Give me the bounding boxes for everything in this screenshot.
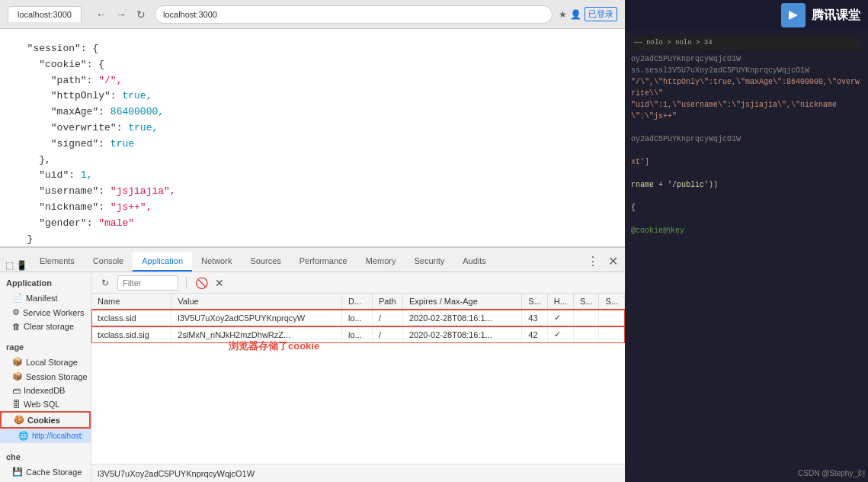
code-line: "httpOnly": true, [15,88,610,104]
devtools-tabs: ⬚ 📱 Elements Console Application Network… [0,248,625,272]
indexeddb-icon: 🗃 [12,386,21,395]
nav-forward-button[interactable]: → [114,7,129,22]
right-code-line [631,122,862,133]
right-code-line [631,214,862,225]
right-code-line: ss.sessl3V5U7uXoy2adC5PUYKnprqcyWqjcO1W [631,65,862,76]
cookies-icon: 🍪 [14,415,24,425]
sidebar-item-local-storage[interactable]: 📦 Local Storage [0,355,91,369]
sidebar-item-cache-storage[interactable]: 💾 Cache Storage [0,464,91,479]
tab-memory[interactable]: Memory [357,252,405,272]
service-workers-icon: ⚙ [12,307,20,317]
session-storage-icon: 📦 [12,371,23,381]
right-code-line: { [631,202,862,214]
right-code-line [631,191,862,202]
selected-value: l3V5U7uXoy2adC5PUYKnprqcyWqjcO1W [98,469,255,478]
sidebar-item-session-storage[interactable]: 📦 Session Storage [0,369,91,384]
tab-application[interactable]: Application [133,252,192,272]
tab-audits[interactable]: Audits [453,252,495,272]
col-samesite[interactable]: S... [599,294,625,310]
sidebar-item-indexeddb[interactable]: 🗃 IndexedDB [0,384,91,397]
table-row[interactable]: txclass.sid l3V5U7uXoy2adC5PUYKnprqcyW l… [91,310,625,326]
tab-security[interactable]: Security [405,252,453,272]
cell-name: txclass.sid.sig [91,326,171,343]
cell-name: txclass.sid [91,310,171,326]
manifest-icon: 📄 [12,293,23,303]
cell-path: / [372,326,402,343]
local-storage-icon: 📦 [12,357,23,367]
right-code-line: "uid\":1,\"username\":\"jsjiajia\",\"nic… [631,99,862,122]
tencent-logo [781,3,806,27]
address-bar[interactable] [155,5,553,24]
clear-button[interactable]: ✕ [213,276,226,290]
sidebar-header-cache: che [0,449,91,464]
web-sql-icon: 🗄 [12,400,21,409]
cache-storage-icon: 💾 [12,467,23,477]
filter-input[interactable] [117,275,178,291]
cell-samesite [599,326,625,343]
cell-value: 2slMxN_nNJkH2mzDhwRzZ... [171,326,342,343]
sidebar-item-clear-storage[interactable]: 🗑 Clear storage [0,320,91,333]
toolbar-separator [186,277,187,289]
devtools-inspect-button[interactable]: ⬚ [3,259,15,272]
col-name[interactable]: Name [91,294,171,310]
browser-actions: ★ 👤 已登录 [559,7,617,21]
nav-refresh-button[interactable]: ↻ [133,7,149,22]
tab-sources[interactable]: Sources [241,252,290,272]
cell-size: 42 [522,326,548,343]
tab-console[interactable]: Console [84,252,133,272]
right-tab-bar: ── nolo > nolo > 34 [631,37,862,50]
svg-marker-0 [789,11,798,20]
tencent-title: 腾讯课堂 [812,8,860,24]
col-httponly[interactable]: H... [547,294,573,310]
account-icon[interactable]: 👤 [570,9,581,20]
browser-bar: localhost:3000 ← → ↻ ★ 👤 已登录 [0,0,625,29]
block-icon[interactable]: 🚫 [194,276,208,290]
code-line: "gender": "male" [15,216,610,232]
browser-tabs: localhost:3000 [8,6,82,22]
right-code-line: rname + '/public')) [631,179,862,191]
sidebar-item-service-workers[interactable]: ⚙ Service Workers [0,305,91,320]
tencent-header: 腾讯课堂 [625,0,868,31]
devtools-body: Application 📄 Manifest ⚙ Service Workers… [0,272,625,482]
cell-domain: lo... [341,326,372,343]
devtools-close-button[interactable]: ✕ [604,252,622,270]
devtools-device-button[interactable]: 📱 [15,259,27,272]
col-domain[interactable]: D... [341,294,372,310]
cell-secure [573,326,599,343]
code-line: "maxAge": 86400000, [15,104,610,120]
sidebar-item-manifest[interactable]: 📄 Manifest [0,291,91,305]
cell-httponly: ✓ [547,326,573,343]
col-size[interactable]: S... [522,294,548,310]
bookmark-icon[interactable]: ★ [559,9,567,20]
sidebar-header-app: Application [0,275,91,291]
table-row[interactable]: txclass.sid.sig 2slMxN_nNJkH2mzDhwRzZ...… [91,326,625,343]
code-line: "session": { [15,41,610,57]
tab-elements[interactable]: Elements [30,252,84,272]
right-code-line [631,168,862,179]
nav-back-button[interactable]: ← [94,7,109,22]
sidebar-item-web-sql[interactable]: 🗄 Web SQL [0,397,91,411]
col-secure[interactable]: S... [573,294,599,310]
table-header-row: Name Value D... Path Expires / Max-Age S… [91,294,625,310]
col-path[interactable]: Path [372,294,402,310]
cell-expires: 2020-02-28T08:16:1... [402,326,521,343]
code-line: "signed": true [15,137,610,153]
col-value[interactable]: Value [171,294,342,310]
devtools-more-button[interactable]: ⋮ [582,254,604,268]
tab-performance[interactable]: Performance [290,252,357,272]
browser-tab[interactable]: localhost:3000 [8,6,82,22]
code-line: "username": "jsjiajia", [15,184,610,200]
sidebar-item-cookies[interactable]: 🍪 Cookies [0,411,91,429]
code-line: "path": "/", [15,73,610,89]
refresh-button[interactable]: ↻ [98,275,113,291]
cell-secure [573,310,599,326]
signin-button[interactable]: 已登录 [585,7,617,21]
col-expires[interactable]: Expires / Max-Age [402,294,521,310]
sidebar-item-localhost[interactable]: 🌐 http://localhost: [0,429,91,443]
localhost-icon: 🌐 [18,431,29,441]
devtools-bottom-bar: l3V5U7uXoy2adC5PUYKnprqcyWqjcO1W [91,464,625,482]
right-code-line: "/\",\"httpOnly\":true,\"maxAge\":864000… [631,76,862,99]
code-line: "uid": 1, [15,168,610,184]
tab-network[interactable]: Network [192,252,241,272]
sidebar-section-storage: rage 📦 Local Storage 📦 Session Storage 🗃… [0,336,91,446]
